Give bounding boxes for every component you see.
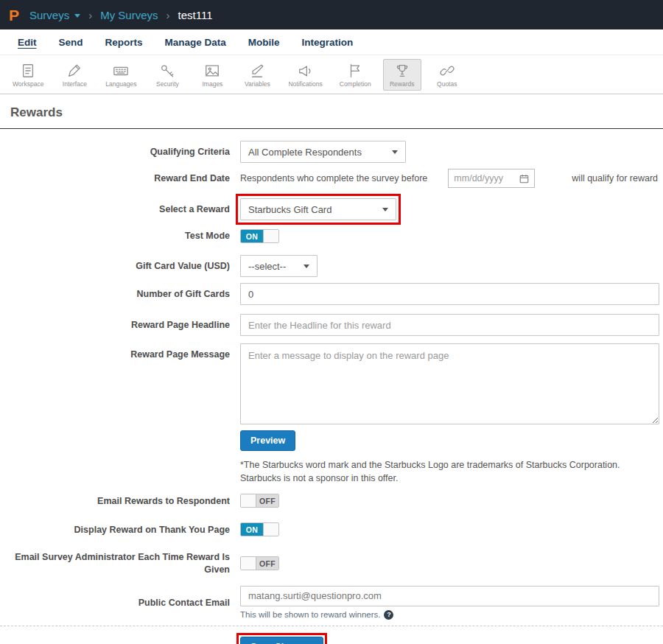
toggle-state-label: ON (241, 523, 263, 536)
reward-end-date-suffix: will qualify for reward (572, 173, 658, 183)
menu-item-send[interactable]: Send (59, 37, 83, 48)
toolbar-item-quotas[interactable]: Quotas (428, 59, 466, 91)
test-mode-label: Test Mode (0, 230, 230, 242)
chevron-down-icon (304, 265, 309, 268)
breadcrumb-my-surveys[interactable]: My Surveys (100, 9, 158, 21)
edit-toolbar: Workspace Interface Languages Security I… (0, 55, 663, 94)
starbucks-disclaimer: *The Starbucks word mark and the Starbuc… (240, 458, 659, 485)
qualifying-criteria-label: Qualifying Criteria (0, 146, 230, 158)
dashed-divider (0, 626, 663, 626)
form-row: Public Contact Email This will be shown … (0, 586, 663, 620)
main-menu: Edit Send Reports Manage Data Mobile Int… (0, 29, 663, 55)
reward-end-date-prefix: Respondents who complete the survey befo… (240, 173, 427, 183)
display-reward-label: Display Reward on Thank You Page (0, 524, 230, 536)
email-rewards-label: Email Rewards to Respondent (0, 495, 230, 507)
toolbar-item-variables[interactable]: Variables (238, 59, 276, 91)
preview-button[interactable]: Preview (240, 430, 295, 451)
chevron-down-icon (392, 150, 398, 154)
breadcrumb-separator: › (88, 9, 92, 21)
toolbar-item-languages[interactable]: Languages (100, 59, 141, 91)
number-of-gift-cards-label: Number of Gift Cards (0, 288, 230, 300)
topbar: P Surveys › My Surveys › test111 (0, 0, 663, 29)
annotation-highlight-box: Save Changes (236, 633, 327, 644)
selected-value: Starbucks Gift Card (248, 204, 332, 215)
breadcrumb-current-survey: test111 (178, 9, 213, 21)
test-mode-toggle[interactable]: ON (240, 229, 279, 243)
interface-icon (66, 63, 83, 79)
notifications-icon (297, 63, 315, 79)
images-icon (203, 63, 221, 79)
selected-value: --select-- (248, 261, 286, 272)
toolbar-item-images[interactable]: Images (193, 59, 231, 91)
breadcrumb-surveys[interactable]: Surveys (29, 9, 80, 21)
email-admin-toggle[interactable]: OFF (240, 556, 279, 570)
toolbar-item-label: Interface (63, 80, 87, 88)
toolbar-item-label: Notifications (288, 80, 322, 88)
toolbar-item-workspace[interactable]: Workspace (7, 59, 49, 91)
toggle-state-label: ON (241, 230, 263, 242)
public-contact-email-input[interactable] (240, 586, 659, 606)
quotas-icon (438, 63, 456, 79)
date-placeholder: mm/dd/yyyy (454, 173, 503, 183)
chevron-down-icon (382, 208, 388, 211)
save-changes-button[interactable]: Save Changes (240, 637, 323, 644)
helper-label: This will be shown to reward winners. (240, 610, 380, 619)
gift-card-value-label: Gift Card Value (USD) (0, 260, 230, 272)
selected-value: All Complete Respondents (248, 147, 362, 158)
toolbar-item-label: Variables (245, 80, 270, 88)
form-row: Qualifying Criteria All Complete Respond… (0, 141, 663, 163)
preview-row: Preview (240, 430, 663, 451)
toolbar-item-rewards[interactable]: Rewards (383, 59, 421, 91)
toolbar-item-label: Quotas (437, 80, 457, 88)
public-contact-email-label: Public Contact Email (0, 597, 230, 609)
toolbar-item-interface[interactable]: Interface (55, 59, 94, 91)
chevron-down-icon (74, 14, 80, 18)
toolbar-item-security[interactable]: Security (148, 59, 186, 91)
calendar-icon (519, 174, 529, 183)
toggle-state-label: OFF (256, 557, 278, 570)
form-row: Number of Gift Cards (0, 283, 663, 305)
menu-item-reports[interactable]: Reports (105, 37, 143, 48)
reward-page-headline-input[interactable] (240, 314, 659, 336)
help-icon[interactable]: ? (384, 610, 393, 620)
menu-item-integration[interactable]: Integration (302, 37, 354, 48)
number-of-gift-cards-input[interactable] (240, 283, 659, 305)
breadcrumb-surveys-label: Surveys (29, 9, 69, 21)
reward-page-message-textarea[interactable] (240, 343, 659, 424)
toolbar-item-completion[interactable]: Completion (334, 59, 376, 91)
toolbar-item-label: Rewards (390, 80, 415, 88)
toolbar-item-label: Images (203, 80, 223, 88)
toolbar-item-label: Languages (105, 80, 136, 88)
form-row: Select a Reward Starbucks Gift Card (0, 194, 663, 225)
form-row: Email Survey Administrator Each Time Rew… (0, 551, 663, 575)
toggle-knob (241, 557, 256, 570)
form-row: Reward Page Headline (0, 314, 663, 336)
toggle-knob (263, 230, 278, 242)
form-row: Test Mode ON (0, 229, 663, 243)
qualifying-criteria-select[interactable]: All Complete Respondents (240, 141, 406, 163)
reward-end-date-input[interactable]: mm/dd/yyyy (448, 169, 535, 188)
annotation-highlight-box: Starbucks Gift Card (236, 194, 401, 225)
email-admin-label: Email Survey Administrator Each Time Rew… (0, 551, 230, 575)
reward-end-date-label: Reward End Date (0, 172, 230, 184)
display-reward-toggle[interactable]: ON (240, 522, 279, 536)
toolbar-item-notifications[interactable]: Notifications (283, 59, 327, 91)
reward-page-message-label: Reward Page Message (0, 343, 230, 360)
form-row: Reward Page Message (0, 343, 663, 424)
variables-icon (248, 63, 266, 79)
email-rewards-toggle[interactable]: OFF (240, 494, 279, 508)
gift-card-value-select[interactable]: --select-- (240, 255, 318, 277)
toolbar-item-label: Security (156, 80, 179, 88)
questionpro-logo[interactable]: P (9, 7, 19, 23)
select-reward-dropdown[interactable]: Starbucks Gift Card (240, 198, 396, 220)
toolbar-item-label: Workspace (13, 80, 43, 88)
toggle-knob (263, 523, 278, 536)
select-reward-label: Select a Reward (0, 203, 230, 215)
completion-icon (346, 63, 364, 79)
form-row: Email Rewards to Respondent OFF (0, 494, 663, 508)
languages-icon (112, 63, 130, 79)
workspace-icon (19, 63, 37, 79)
menu-item-manage-data[interactable]: Manage Data (165, 37, 226, 48)
menu-item-edit[interactable]: Edit (18, 37, 37, 48)
menu-item-mobile[interactable]: Mobile (248, 37, 280, 48)
